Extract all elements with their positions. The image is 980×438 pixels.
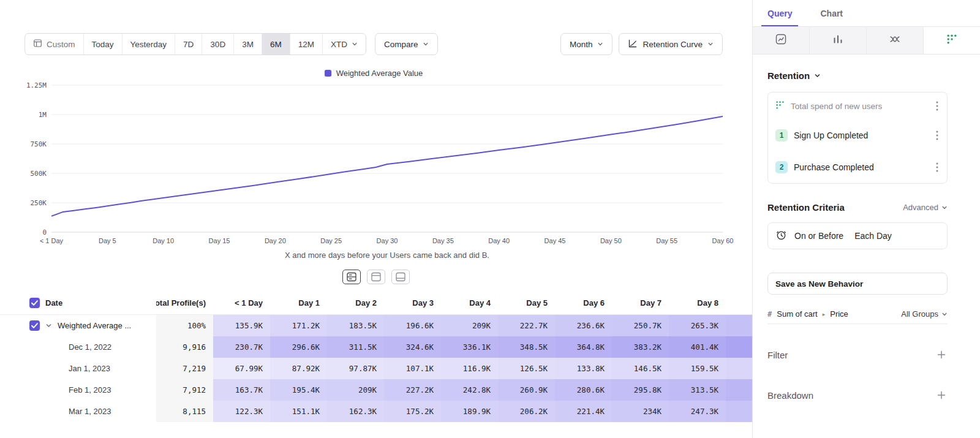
value-cell: 348.5K bbox=[498, 336, 555, 358]
query-sidebar: Query Chart Retention bbox=[752, 0, 980, 438]
report-tile-flows[interactable] bbox=[867, 27, 924, 54]
y-tick-label: 750K bbox=[31, 140, 47, 148]
all-groups-dropdown[interactable]: All Groups bbox=[901, 309, 948, 319]
checkbox-checked[interactable] bbox=[29, 320, 40, 331]
granularity-button[interactable]: Month bbox=[560, 33, 613, 55]
table-row[interactable]: Mar 1, 20238,115122.3K151.1K162.3K175.2K… bbox=[0, 401, 752, 422]
measure-row[interactable]: # Sum of cart ▸ Price All Groups bbox=[767, 304, 948, 324]
value-cell: 383.2K bbox=[612, 336, 669, 358]
range-3m[interactable]: 3M bbox=[234, 34, 262, 55]
bar-chart-icon bbox=[832, 34, 843, 47]
table-row[interactable]: Jan 1, 20237,21967.99K87.92K97.87K107.1K… bbox=[0, 358, 752, 379]
legend-label: Weighted Average Value bbox=[336, 69, 423, 78]
add-filter-button[interactable] bbox=[935, 349, 948, 361]
criteria-title: Retention Criteria bbox=[767, 202, 845, 213]
breakdown-section: Breakdown bbox=[767, 389, 948, 401]
x-tick-label: < 1 Day bbox=[40, 237, 63, 244]
x-axis-caption: X and more days before your Users came b… bbox=[51, 251, 723, 260]
retention-table-body: Weighted Average ...100%135.9K171.2K183.… bbox=[0, 315, 752, 422]
toolbar-right-controls: Month Retention Curve bbox=[560, 33, 723, 55]
row-label: Jan 1, 2023 bbox=[0, 358, 156, 379]
behavior-title: Total spend of new users bbox=[791, 102, 882, 111]
step-purchase[interactable]: 2 Purchase Completed bbox=[768, 151, 947, 183]
x-tick-label: Day 60 bbox=[712, 237, 734, 244]
caret-right-icon: ▸ bbox=[823, 311, 826, 317]
table-row[interactable]: Dec 1, 20229,916230.7K296.6K311.5K324.6K… bbox=[0, 336, 752, 358]
compare-button[interactable]: Compare bbox=[375, 33, 439, 55]
retention-dots-icon bbox=[946, 34, 957, 47]
report-tile-insights[interactable] bbox=[753, 27, 810, 54]
column-header: Day 7 bbox=[612, 292, 669, 314]
chevron-down-icon[interactable] bbox=[45, 322, 52, 329]
insights-icon bbox=[775, 34, 786, 47]
retention-curve-icon bbox=[628, 39, 638, 50]
chart-view-label: Retention Curve bbox=[643, 40, 703, 49]
advanced-dropdown[interactable]: Advanced bbox=[903, 203, 948, 212]
view-toggle-bottom-split[interactable] bbox=[391, 270, 410, 284]
range-yesterday[interactable]: Yesterday bbox=[123, 34, 176, 55]
clock-icon bbox=[775, 229, 787, 243]
column-header: Total Profile(s) bbox=[156, 292, 213, 314]
total-profiles-cell: 100% bbox=[156, 315, 213, 336]
range-30d[interactable]: 30D bbox=[202, 34, 234, 55]
chevron-down-icon bbox=[941, 311, 948, 317]
sidebar-body: Retention Total spend of new users 1 Sig… bbox=[753, 55, 980, 401]
x-tick-label: Day 35 bbox=[432, 237, 454, 244]
range-today[interactable]: Today bbox=[84, 34, 123, 55]
report-tile-funnels[interactable] bbox=[810, 27, 867, 54]
report-main: CustomTodayYesterday7D30D3M6M12MXTD Comp… bbox=[0, 0, 752, 438]
value-cell: 311.5K bbox=[327, 336, 384, 358]
tab-chart[interactable]: Chart bbox=[814, 0, 849, 26]
behavior-header[interactable]: Total spend of new users bbox=[768, 93, 947, 119]
chevron-down-icon bbox=[941, 205, 948, 211]
x-tick-label: Day 20 bbox=[265, 237, 286, 244]
value-cell: 171.2K bbox=[270, 315, 327, 336]
range-7d[interactable]: 7D bbox=[175, 34, 202, 55]
view-toggle-rows[interactable] bbox=[342, 270, 361, 284]
chart-view-button[interactable]: Retention Curve bbox=[619, 33, 723, 55]
total-profiles-cell: 9,916 bbox=[156, 336, 213, 358]
column-header: Day 4 bbox=[441, 292, 498, 314]
value-cell: 195.4K bbox=[270, 379, 327, 401]
save-as-new-behavior-button[interactable]: Save as New Behavior bbox=[767, 273, 948, 295]
view-toggle-top-split[interactable] bbox=[367, 270, 385, 284]
value-cell: 133.8K bbox=[555, 358, 612, 379]
value-cell: 107.1K bbox=[384, 358, 441, 379]
x-tick-label: Day 15 bbox=[209, 237, 230, 244]
add-breakdown-button[interactable] bbox=[935, 389, 948, 401]
range-custom[interactable]: Custom bbox=[25, 34, 84, 55]
x-tick-label: Day 55 bbox=[656, 237, 677, 244]
value-cell: 222.7K bbox=[498, 315, 555, 336]
step-sign-up[interactable]: 1 Sign Up Completed bbox=[768, 119, 947, 151]
value-cell: 221.4K bbox=[555, 401, 612, 422]
range-xtd[interactable]: XTD bbox=[323, 34, 366, 55]
line-chart bbox=[51, 83, 723, 235]
y-axis-labels: 1.25M1M750K500K250K0 bbox=[24, 83, 51, 235]
value-cell: 230.7K bbox=[213, 336, 270, 358]
value-cell: 265.3K bbox=[669, 315, 726, 336]
table-row[interactable]: Weighted Average ...100%135.9K171.2K183.… bbox=[0, 315, 752, 336]
kebab-menu-icon[interactable] bbox=[935, 160, 940, 175]
value-cell: 87.92K bbox=[270, 358, 327, 379]
range-6m[interactable]: 6M bbox=[262, 34, 290, 55]
tab-query[interactable]: Query bbox=[761, 0, 798, 26]
value-cell: 126.5K bbox=[498, 358, 555, 379]
x-axis-labels: < 1 DayDay 5Day 10Day 15Day 20Day 25Day … bbox=[51, 237, 723, 247]
calendar-icon bbox=[33, 39, 42, 50]
range-12m[interactable]: 12M bbox=[290, 34, 323, 55]
table-row[interactable]: Feb 1, 20237,912163.7K195.4K209K227.2K24… bbox=[0, 379, 752, 401]
value-cell: 209K bbox=[441, 315, 498, 336]
checkbox-checked[interactable] bbox=[29, 298, 40, 308]
criteria-card[interactable]: On or Before Each Day bbox=[767, 222, 948, 249]
behavior-card: Total spend of new users 1 Sign Up Compl… bbox=[767, 92, 948, 184]
clipped-cell bbox=[726, 401, 752, 422]
kebab-menu-icon[interactable] bbox=[935, 128, 940, 143]
plot-area bbox=[51, 83, 723, 235]
retention-section-title[interactable]: Retention bbox=[767, 70, 948, 81]
y-tick-label: 1M bbox=[39, 111, 47, 119]
value-cell: 236.6K bbox=[555, 315, 612, 336]
kebab-menu-icon[interactable] bbox=[935, 99, 940, 113]
report-tile-retention[interactable] bbox=[924, 27, 980, 54]
value-cell: 313.5K bbox=[669, 379, 726, 401]
compare-label: Compare bbox=[384, 40, 418, 49]
